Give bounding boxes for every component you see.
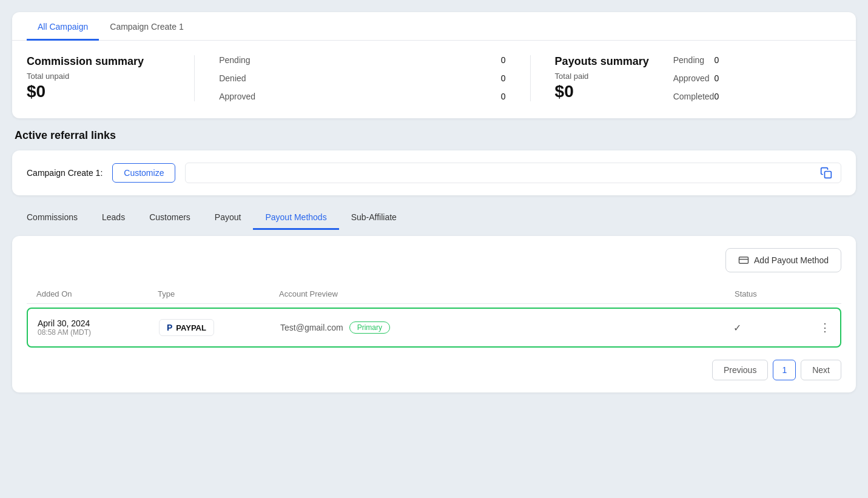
nav-tab-sub-affiliate[interactable]: Sub-Affiliate bbox=[339, 206, 409, 230]
check-icon: ✓ bbox=[733, 322, 741, 334]
payouts-title: Payouts summary bbox=[555, 55, 649, 68]
nav-tab-leads[interactable]: Leads bbox=[90, 206, 137, 230]
referral-input-wrap bbox=[185, 163, 841, 183]
status-cell: ✓ ⋮ bbox=[733, 321, 830, 334]
paypal-icon: P bbox=[167, 323, 172, 332]
copy-link-button[interactable] bbox=[816, 163, 836, 183]
nav-tab-customers[interactable]: Customers bbox=[137, 206, 203, 230]
tab-all-campaign[interactable]: All Campaign bbox=[27, 12, 99, 41]
payouts-stats: Pending 0 Approved 0 Completed 0 bbox=[673, 55, 719, 101]
stat-value-denied: 0 bbox=[501, 73, 506, 83]
stat-row-pending: Pending 0 bbox=[219, 55, 505, 65]
payout-stat-label-approved: Approved bbox=[673, 73, 710, 83]
date-sub: 08:58 AM (MDT) bbox=[38, 328, 159, 337]
paypal-label: PAYPAL bbox=[176, 323, 206, 332]
campaign-tabs: All Campaign Campaign Create 1 bbox=[12, 12, 856, 41]
add-payout-label: Add Payout Method bbox=[754, 255, 829, 265]
stat-label-pending: Pending bbox=[219, 55, 250, 65]
payout-stat-row-approved: Approved 0 bbox=[673, 73, 719, 83]
account-email: Test@gmail.com bbox=[280, 323, 343, 332]
page-number[interactable]: 1 bbox=[773, 360, 796, 380]
payout-stat-label-completed: Completed bbox=[673, 92, 715, 101]
commission-box: Commission summary Total unpaid $0 bbox=[27, 55, 195, 101]
commission-title: Commission summary bbox=[27, 55, 170, 68]
payout-stat-value-completed: 0 bbox=[714, 92, 719, 101]
customize-button[interactable]: Customize bbox=[112, 163, 175, 183]
account-cell: Test@gmail.com Primary bbox=[280, 321, 733, 334]
copy-icon bbox=[820, 167, 832, 179]
referral-link-input[interactable] bbox=[193, 163, 816, 183]
commission-total-label: Total unpaid bbox=[27, 72, 170, 81]
more-options-button[interactable]: ⋮ bbox=[819, 321, 830, 334]
payout-stat-label-pending: Pending bbox=[673, 55, 704, 65]
nav-tab-payout[interactable]: Payout bbox=[203, 206, 254, 230]
table-header: Added On Type Account Preview Status bbox=[27, 284, 841, 304]
col-type: Type bbox=[158, 289, 279, 298]
summary-section: Commission summary Total unpaid $0 Pendi… bbox=[12, 41, 856, 118]
col-account-preview: Account Preview bbox=[279, 289, 735, 298]
svg-rect-1 bbox=[739, 257, 749, 264]
previous-button[interactable]: Previous bbox=[712, 360, 768, 380]
table-row: April 30, 2024 08:58 AM (MDT) P PAYPAL T… bbox=[27, 308, 841, 348]
col-status: Status bbox=[735, 289, 832, 298]
stat-value-pending: 0 bbox=[501, 55, 506, 65]
stat-label-approved: Approved bbox=[219, 92, 255, 101]
payout-methods-card: Add Payout Method Added On Type Account … bbox=[12, 236, 856, 392]
payout-stat-row-completed: Completed 0 bbox=[673, 92, 719, 101]
commission-stats: Pending 0 Denied 0 Approved 0 bbox=[195, 55, 530, 101]
stat-value-approved: 0 bbox=[501, 92, 506, 101]
payout-stat-row-pending: Pending 0 bbox=[673, 55, 719, 65]
pagination-row: Previous 1 Next bbox=[27, 360, 841, 380]
summary-card: All Campaign Campaign Create 1 Commissio… bbox=[12, 12, 856, 118]
paypal-badge: P PAYPAL bbox=[159, 319, 214, 336]
payout-stat-value-pending: 0 bbox=[714, 55, 719, 65]
referral-card: Campaign Create 1: Customize bbox=[12, 150, 856, 195]
tab-campaign-create[interactable]: Campaign Create 1 bbox=[99, 12, 194, 41]
col-added-on: Added On bbox=[36, 289, 158, 298]
stat-label-denied: Denied bbox=[219, 73, 246, 83]
nav-tab-payout-methods[interactable]: Payout Methods bbox=[253, 206, 338, 230]
commission-total-amount: $0 bbox=[27, 82, 170, 101]
date-main: April 30, 2024 bbox=[38, 318, 159, 328]
campaign-create-label: Campaign Create 1: bbox=[27, 168, 103, 178]
stat-row-approved: Approved 0 bbox=[219, 92, 505, 101]
type-cell: P PAYPAL bbox=[159, 319, 280, 336]
add-payout-method-button[interactable]: Add Payout Method bbox=[725, 248, 841, 272]
payouts-left: Payouts summary Total paid $0 bbox=[555, 55, 649, 101]
add-payout-icon bbox=[738, 255, 749, 266]
primary-badge: Primary bbox=[349, 321, 390, 334]
payouts-box: Payouts summary Total paid $0 Pending 0 … bbox=[530, 55, 841, 101]
date-cell: April 30, 2024 08:58 AM (MDT) bbox=[38, 318, 159, 337]
active-referral-label: Active referral links bbox=[12, 129, 856, 142]
payouts-total-label: Total paid bbox=[555, 72, 649, 81]
nav-tabs-row: Commissions Leads Customers Payout Payou… bbox=[12, 206, 856, 230]
next-button[interactable]: Next bbox=[801, 360, 841, 380]
payouts-total-amount: $0 bbox=[555, 82, 649, 101]
payout-stat-value-approved: 0 bbox=[714, 73, 719, 83]
svg-rect-0 bbox=[825, 172, 832, 178]
nav-tab-commissions[interactable]: Commissions bbox=[15, 206, 90, 230]
stat-row-denied: Denied 0 bbox=[219, 73, 505, 83]
